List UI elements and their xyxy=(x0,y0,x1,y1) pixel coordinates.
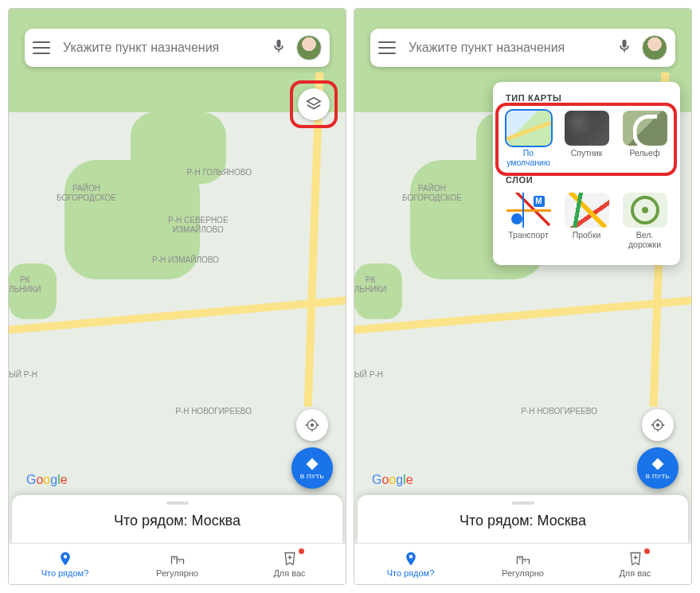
map-label: РКЛЬНИКИ xyxy=(9,275,41,294)
notification-badge xyxy=(299,548,304,554)
layers-panel-heading: ТИП КАРТЫ xyxy=(506,93,671,103)
nav-label: Регулярно xyxy=(156,568,198,578)
map-type-label: Поумолчанию xyxy=(506,149,550,167)
search-input[interactable]: Укажите пункт назначения xyxy=(409,41,616,55)
nav-explore[interactable]: Что рядом? xyxy=(354,544,467,584)
map-type-thumb xyxy=(623,111,667,146)
directions-label: В ПУТЬ xyxy=(300,473,324,480)
my-location-button[interactable] xyxy=(642,409,674,441)
svg-point-0 xyxy=(311,423,314,427)
microphone-icon[interactable] xyxy=(616,38,632,57)
map-type-row: Поумолчанию Спутник Рельеф xyxy=(503,111,671,167)
layers-panel-heading: СЛОИ xyxy=(506,175,671,185)
sheet-handle[interactable] xyxy=(512,501,534,505)
my-location-button[interactable] xyxy=(296,409,328,441)
nav-label: Что рядом? xyxy=(387,568,435,578)
map-label: Р-Н НОВОГИРЕЕВО xyxy=(175,407,252,416)
layers-panel: ТИП КАРТЫ Поумолчанию Спутник Рельеф СЛО… xyxy=(493,82,680,265)
nav-commute[interactable]: Регулярно xyxy=(121,544,233,584)
nav-foryou[interactable]: Для вас xyxy=(233,544,346,584)
google-logo: Google xyxy=(372,473,413,487)
map-type-label: Рельеф xyxy=(629,149,659,158)
map-type-thumb xyxy=(506,111,551,146)
layers-button[interactable] xyxy=(298,88,330,120)
right-screenshot: РАЙОНБОГОРОДСКОЕ Р-Н ГОЛЬЯНОВО Р-Н СЕВЕР… xyxy=(354,8,692,585)
sheet-title: Что рядом: Москва xyxy=(459,513,586,529)
map-label: РАЙОНБОГОРОДСКОЕ xyxy=(57,184,116,202)
layers-row: M Транспорт Пробки Вел.дорожки xyxy=(503,193,671,249)
layer-biking[interactable]: Вел.дорожки xyxy=(619,193,671,249)
map-label: Р-Н ГОЛЬЯНОВО xyxy=(186,168,252,178)
map-label: Р-Н НОВОГИРЕЕВО xyxy=(521,407,597,416)
left-screenshot: РАЙОНБОГОРОДСКОЕ Р-Н ГОЛЬЯНОВО Р-Н СЕВЕР… xyxy=(8,8,346,585)
notification-badge xyxy=(644,548,650,554)
nav-explore[interactable]: Что рядом? xyxy=(9,544,121,584)
avatar[interactable] xyxy=(296,35,322,60)
map-label: Р-Н СЕВЕРНОЕИЗМАЙЛОВО xyxy=(168,216,229,234)
avatar[interactable] xyxy=(642,35,667,60)
map-type-satellite[interactable]: Спутник xyxy=(561,111,612,167)
menu-icon[interactable] xyxy=(378,41,396,54)
map-label: РАЙОНБОГОРОДСКОЕ xyxy=(402,184,462,202)
nav-label: Регулярно xyxy=(502,568,544,578)
search-input[interactable]: Укажите пункт назначения xyxy=(63,41,271,55)
layer-label: Транспорт xyxy=(508,231,549,240)
nav-foryou[interactable]: Для вас xyxy=(579,544,691,584)
bottom-nav: Что рядом? Регулярно Для вас xyxy=(9,543,346,584)
map-type-label: Спутник xyxy=(571,149,603,158)
menu-icon[interactable] xyxy=(33,41,50,54)
map-type-thumb xyxy=(565,111,609,146)
layer-thumb xyxy=(623,193,667,228)
sheet-title: Что рядом: Москва xyxy=(114,513,241,529)
nav-label: Что рядом? xyxy=(41,568,89,578)
layer-label: Вел.дорожки xyxy=(628,231,661,249)
map-label: ЫЙ Р-Н xyxy=(354,370,383,380)
layer-transit[interactable]: M Транспорт xyxy=(503,193,554,249)
directions-button[interactable]: В ПУТЬ xyxy=(291,447,333,489)
map-label: ЫЙ Р-Н xyxy=(9,370,37,380)
search-bar[interactable]: Укажите пункт назначения xyxy=(370,29,675,67)
layer-thumb xyxy=(565,193,609,228)
layer-label: Пробки xyxy=(573,231,601,240)
layer-thumb: M xyxy=(506,193,551,228)
sheet-handle[interactable] xyxy=(166,501,189,505)
layer-traffic[interactable]: Пробки xyxy=(561,193,612,249)
map-type-default[interactable]: Поумолчанию xyxy=(503,111,554,167)
map-type-terrain[interactable]: Рельеф xyxy=(619,111,671,167)
directions-button[interactable]: В ПУТЬ xyxy=(637,447,678,489)
microphone-icon[interactable] xyxy=(271,38,287,57)
google-logo: Google xyxy=(26,473,68,487)
bottom-nav: Что рядом? Регулярно Для вас xyxy=(354,543,691,584)
explore-sheet[interactable]: Что рядом: Москва xyxy=(358,495,688,543)
map-label: Р-Н ИЗМАЙЛОВО xyxy=(152,256,219,265)
nav-commute[interactable]: Регулярно xyxy=(467,544,579,584)
explore-sheet[interactable]: Что рядом: Москва xyxy=(12,495,342,543)
map-label: РКЛЬНИКИ xyxy=(354,275,387,294)
directions-label: В ПУТЬ xyxy=(646,473,670,480)
svg-point-2 xyxy=(656,423,659,427)
search-bar[interactable]: Укажите пункт назначения xyxy=(25,29,330,67)
nav-label: Для вас xyxy=(619,568,651,578)
nav-label: Для вас xyxy=(273,568,305,578)
